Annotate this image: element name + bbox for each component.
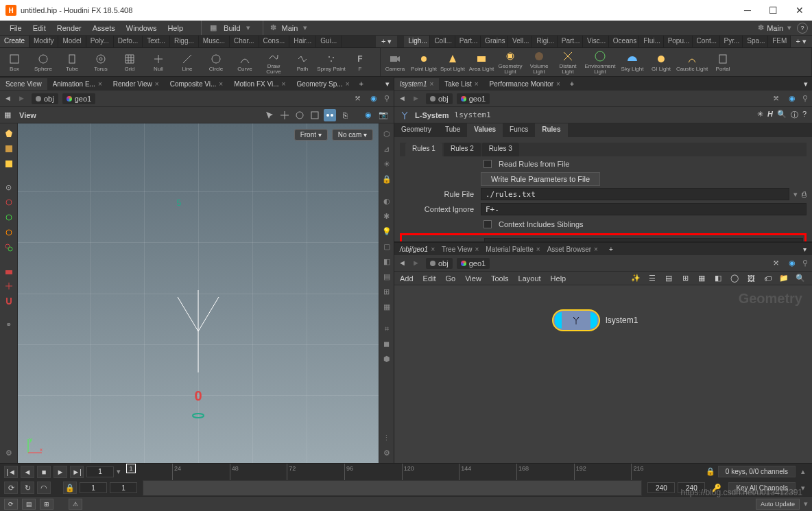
current-frame-input[interactable] bbox=[86, 466, 114, 477]
secure-icon[interactable]: ⎘ bbox=[339, 109, 351, 121]
tab-parameters[interactable]: lsystem1× bbox=[394, 78, 439, 90]
nav-back-icon[interactable]: ◄ bbox=[398, 94, 408, 104]
close-icon[interactable]: × bbox=[429, 80, 433, 88]
pin-icon[interactable]: ⚲ bbox=[802, 259, 808, 268]
tool-sphere[interactable]: Sphere bbox=[29, 48, 58, 76]
display-flag[interactable] bbox=[555, 312, 562, 329]
net-menu-edit[interactable]: Edit bbox=[423, 274, 436, 283]
param-tab-values[interactable]: Values bbox=[467, 123, 503, 137]
tab-add[interactable]: + bbox=[566, 78, 578, 89]
image-icon[interactable]: 🖼 bbox=[745, 272, 757, 285]
menu-help[interactable]: Help bbox=[162, 23, 189, 34]
viewport-3d[interactable]: 0 5 Front ▾ No cam ▾ yx bbox=[18, 123, 379, 463]
build-dropdown-icon[interactable]: ▾ bbox=[246, 23, 250, 32]
tool-geometry-light[interactable]: Geometry Light bbox=[496, 48, 525, 76]
cross-icon[interactable]: ✱ bbox=[381, 210, 393, 222]
tool-portal[interactable]: Portal bbox=[708, 48, 737, 76]
shelf-tab-viscous[interactable]: Visc... bbox=[583, 36, 609, 47]
tool-volume-light[interactable]: Volume Light bbox=[525, 48, 553, 76]
warning-button[interactable]: ⚠ bbox=[69, 499, 82, 510]
context-ignore-input[interactable] bbox=[481, 203, 807, 215]
realtime-toggle-button[interactable]: ⟳ bbox=[4, 482, 18, 494]
chevron-down-icon[interactable]: ▾ bbox=[798, 484, 808, 492]
net-menu-view[interactable]: View bbox=[465, 274, 481, 283]
shelf-tab-create[interactable]: Create bbox=[0, 36, 29, 47]
shelf-tab-containers[interactable]: Cont... bbox=[693, 36, 720, 47]
menu-windows[interactable]: Windows bbox=[121, 23, 163, 34]
range-slider[interactable] bbox=[143, 480, 642, 497]
play-stop-button[interactable]: ■ bbox=[37, 466, 51, 478]
view-menu-icon[interactable]: ▦ bbox=[4, 110, 14, 119]
net-menu-layout[interactable]: Layout bbox=[518, 274, 541, 283]
key-all-channels-button[interactable]: Key All Channels bbox=[728, 482, 796, 494]
tool-point-light[interactable]: Point Light bbox=[409, 48, 438, 76]
shading-icon[interactable] bbox=[3, 128, 15, 140]
file-browser-icon[interactable]: ⎙ bbox=[802, 190, 807, 198]
pane-menu-icon[interactable]: ▾ bbox=[803, 246, 807, 253]
node-name-field[interactable]: lsystem1 bbox=[455, 110, 491, 119]
shelf-tab-particles[interactable]: Part... bbox=[455, 36, 481, 47]
lock-icon[interactable]: 🔒 bbox=[381, 173, 393, 185]
tool-draw-curve[interactable]: Draw Curve bbox=[259, 48, 288, 76]
play-first-button[interactable]: |◄ bbox=[4, 466, 18, 478]
param-tab-rules[interactable]: Rules bbox=[535, 123, 567, 137]
tool-tube[interactable]: Tube bbox=[58, 48, 86, 76]
tool-path[interactable]: Path bbox=[288, 48, 317, 76]
magnet-icon[interactable] bbox=[3, 295, 15, 307]
gear-icon[interactable]: ⚙ bbox=[381, 447, 393, 459]
menu-render[interactable]: Render bbox=[51, 23, 87, 34]
param-tab-geometry[interactable]: Geometry bbox=[394, 123, 438, 137]
h-icon[interactable]: H bbox=[767, 110, 773, 120]
range-end-input[interactable] bbox=[678, 482, 705, 493]
play-prev-button[interactable]: ◄ bbox=[21, 466, 34, 478]
wand-icon[interactable]: ✨ bbox=[630, 272, 642, 285]
net-menu-go[interactable]: Go bbox=[446, 274, 456, 283]
shelf-add-right[interactable]: + ▾ bbox=[791, 36, 812, 47]
close-icon[interactable]: × bbox=[98, 80, 102, 88]
lighting-icon[interactable]: ☀ bbox=[381, 158, 393, 170]
display-points-icon[interactable]: ⬡ bbox=[381, 128, 393, 140]
shelf-tab-lights[interactable]: Ligh... bbox=[404, 36, 430, 47]
snap-net-icon[interactable]: ⊞ bbox=[679, 272, 691, 285]
nav-forward-icon[interactable]: ► bbox=[412, 94, 422, 104]
tool-font[interactable]: FF bbox=[346, 48, 374, 76]
snap-points-icon[interactable]: ⊙ bbox=[3, 181, 15, 193]
param-tab-tube[interactable]: Tube bbox=[438, 123, 467, 137]
network-node-lsystem1[interactable]: lsystem1 bbox=[552, 309, 638, 331]
auto-update-button[interactable]: Auto Update bbox=[756, 499, 800, 510]
follow-selection-icon[interactable]: ⤱ bbox=[769, 257, 782, 270]
close-icon[interactable]: × bbox=[556, 80, 560, 88]
tab-material-palette[interactable]: Material Palette × bbox=[486, 246, 540, 253]
follow-selection-icon[interactable]: ⤱ bbox=[351, 93, 363, 105]
shelf-tab-grains[interactable]: Grains bbox=[481, 36, 508, 47]
net-menu-add[interactable]: Add bbox=[400, 274, 414, 283]
close-icon[interactable]: × bbox=[282, 80, 286, 88]
window-minimize-button[interactable]: ─ bbox=[741, 5, 754, 16]
close-icon[interactable]: × bbox=[155, 80, 159, 88]
tab-motion-fx-view[interactable]: Motion FX Vi...× bbox=[228, 78, 291, 90]
render-icon[interactable]: ◉ bbox=[362, 109, 374, 121]
folder-icon[interactable]: 📁 bbox=[778, 272, 790, 285]
snap-icon[interactable] bbox=[324, 109, 336, 121]
play-button[interactable]: ► bbox=[53, 466, 67, 478]
note-icon[interactable]: ▤ bbox=[662, 272, 675, 285]
shelf-tab-hair[interactable]: Hair... bbox=[289, 36, 316, 47]
pane-menu-icon[interactable]: ▾ bbox=[381, 80, 394, 88]
nav-forward-icon[interactable]: ► bbox=[412, 259, 422, 268]
tool-circle[interactable]: Circle bbox=[202, 48, 230, 76]
nav-back-icon[interactable]: ◄ bbox=[398, 259, 408, 268]
tool-grid[interactable]: Grid bbox=[115, 48, 144, 76]
tab-composite-view[interactable]: Composite Vi...× bbox=[165, 78, 228, 90]
network-canvas[interactable]: Geometry lsystem1 bbox=[394, 285, 812, 463]
scale-mode-icon[interactable] bbox=[309, 109, 321, 121]
bulb-icon[interactable]: 💡 bbox=[381, 225, 393, 237]
range-lend-input[interactable] bbox=[647, 482, 675, 493]
shelf-tab-deform[interactable]: Defo... bbox=[114, 36, 143, 47]
tool-distant-light[interactable]: Distant Light bbox=[553, 48, 582, 76]
menu-assets[interactable]: Assets bbox=[87, 23, 121, 34]
tab-performance-monitor[interactable]: Performance Monitor× bbox=[484, 78, 566, 90]
path-geo1[interactable]: geo1 bbox=[457, 258, 490, 269]
tool-line[interactable]: Line bbox=[173, 48, 202, 76]
bullseye-icon[interactable]: ◉ bbox=[786, 93, 798, 105]
tool-area-light[interactable]: Area Light bbox=[467, 48, 496, 76]
